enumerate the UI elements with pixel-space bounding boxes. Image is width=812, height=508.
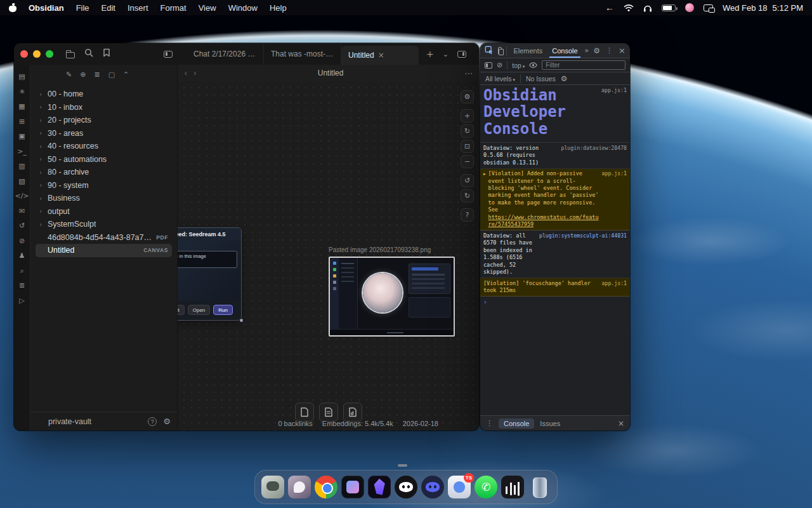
toggle-left-sidebar-icon[interactable] [164,51,173,58]
search-ribbon-icon[interactable]: ⌕ [16,265,27,276]
vault-name[interactable]: private-vault [48,417,91,426]
context-selector[interactable]: top▾ [512,62,525,69]
folder-20-projects[interactable]: ›20 - projects [36,114,172,127]
tab-untitled[interactable]: Untitled× [341,46,419,65]
menu-window[interactable]: Window [228,3,258,13]
expand-all-icon[interactable]: ▢ [108,70,115,79]
dock-app-purple-icon[interactable] [288,476,311,498]
clear-console-icon[interactable]: ⊘ [497,61,502,69]
drawer-tab-issues[interactable]: Issues [540,420,560,427]
folder-systemsculpt[interactable]: ›SystemSculpt [36,218,172,231]
folder-40-resources[interactable]: ›40 - resources [36,140,172,153]
new-folder-icon[interactable]: ⊕ [80,70,86,79]
console-link[interactable]: https://www.chromestatus.com/feature/574… [488,214,599,227]
menu-insert[interactable]: Insert [128,3,148,13]
battery-icon[interactable] [662,4,676,11]
drawer-close-icon[interactable]: × [618,419,624,428]
tab-chat-2-17-2026-12[interactable]: Chat 2/17/2026 12:... [187,43,264,65]
screen-mirroring-icon[interactable] [704,4,713,11]
card-button-open[interactable]: Open [188,305,211,315]
console-filter-input[interactable] [542,60,625,70]
undo-icon[interactable]: ↺ [461,174,474,187]
tab-that-was-most-of-the[interactable]: That was -most- of the... [264,43,341,65]
add-card-button[interactable] [295,403,314,422]
comments-icon[interactable]: ✉ [16,206,27,217]
code-icon[interactable]: </> [16,190,27,201]
reset-zoom-icon[interactable]: ↻ [461,124,474,138]
menu-bar-avatar[interactable] [685,3,694,12]
devtools-settings-icon[interactable]: ⚙ [593,46,600,55]
folder-business[interactable]: ›Business [36,192,172,205]
dock-discord-icon[interactable] [421,476,444,498]
collapse-all-icon[interactable]: ⌃ [123,70,129,79]
card-button-run[interactable]: Run [213,305,233,315]
app-menu-title[interactable]: Obsidian [29,3,64,13]
back-arrow-icon[interactable]: ← [605,3,614,13]
templates-icon[interactable]: ▣ [16,131,27,142]
folder-00-home[interactable]: ›00 - home [36,88,172,101]
new-note-icon[interactable]: ▤ [16,71,27,82]
redo-icon[interactable]: ↻ [461,189,474,203]
menu-view[interactable]: View [199,3,216,13]
sort-order-icon[interactable]: ≣ [94,70,100,79]
table-icon[interactable]: ▥ [16,161,27,171]
canvas-icon[interactable]: ▦ [16,101,27,112]
source-link[interactable]: app.js:1 [602,280,627,287]
card-button-edit[interactable]: Edit [178,305,185,315]
dock-chrome-icon[interactable] [315,476,337,498]
dock-audio-app-icon[interactable] [501,476,524,498]
new-tab-button[interactable]: + [426,49,434,59]
more-tabs-icon[interactable]: » [585,46,589,55]
file-untitled[interactable]: UntitledCANVAS [36,244,172,257]
source-link[interactable]: plugin:systemsculpt-ai:44031 [539,232,627,239]
console-prompt[interactable]: › [480,297,630,307]
trash-ribbon-icon[interactable]: ⊘ [16,236,27,246]
canvas-help-icon[interactable]: ? [461,208,474,222]
drawer-menu-icon[interactable]: ⋮ [486,419,493,427]
dock-app-dark-icon[interactable] [341,476,364,498]
menu-file[interactable]: File [76,3,89,13]
kanban-icon[interactable]: ▧ [16,176,27,187]
issues-counter[interactable]: No Issues [526,75,556,83]
zoom-to-fit-icon[interactable]: ⊡ [461,140,474,153]
folder-80-archive[interactable]: ›80 - archive [36,166,172,179]
devtools-menu-icon[interactable]: ⋮ [606,46,613,55]
console-settings-icon[interactable]: ⚙ [561,74,568,83]
dock-app-badged-icon[interactable]: TS [448,476,471,498]
more-options-icon[interactable]: ⋯ [464,69,473,78]
new-note-icon[interactable]: ✎ [66,70,72,79]
folder-output[interactable]: ›output [36,205,172,218]
apple-menu-icon[interactable] [9,4,16,12]
history-icon[interactable]: ↺ [16,220,27,231]
terminal-icon[interactable]: >_ [16,146,27,157]
card-resize-handle[interactable] [240,319,243,322]
console-sidebar-icon[interactable] [485,62,492,69]
wifi-icon[interactable] [624,4,634,11]
folder-90-system[interactable]: ›90 - system [36,179,172,192]
vault-switcher-icon[interactable]: ≣ [16,280,27,291]
pasted-image[interactable] [329,257,455,337]
folder-10-inbox[interactable]: ›10 - inbox [36,101,172,114]
nav-back-icon[interactable]: ‹ [184,68,188,78]
menu-help[interactable]: Help [270,3,287,13]
canvas-settings-icon[interactable]: ⚙ [461,90,474,104]
folder-30-areas[interactable]: ›30 - areas [36,127,172,140]
add-note-button[interactable] [319,403,338,422]
dock-app-gray-icon[interactable] [261,476,284,498]
menu-bar-clock[interactable]: Wed Feb 18 5:12 PM [723,3,803,13]
tab-elements[interactable]: Elements [511,43,545,58]
source-link[interactable]: app.js:1 [601,87,627,93]
tab-list-caret-icon[interactable]: ⌄ [443,50,449,58]
toggle-right-sidebar-icon[interactable] [457,51,466,58]
people-icon[interactable]: ♟ [16,250,27,261]
daily-note-icon[interactable]: ⊞ [16,116,27,127]
add-media-button[interactable] [343,403,362,422]
canvas-card[interactable]: yteDance Seed: Seedream 4.5 drones we se… [178,227,242,321]
zoom-window-button[interactable] [46,50,53,58]
vault-folder-icon[interactable] [66,52,75,58]
search-icon[interactable] [84,48,93,60]
dock-obsidian-icon[interactable] [368,476,391,498]
zoom-in-icon[interactable]: + [461,109,474,123]
graph-view-icon[interactable]: ✳ [16,86,27,97]
source-link[interactable]: app.js:1 [602,170,627,177]
